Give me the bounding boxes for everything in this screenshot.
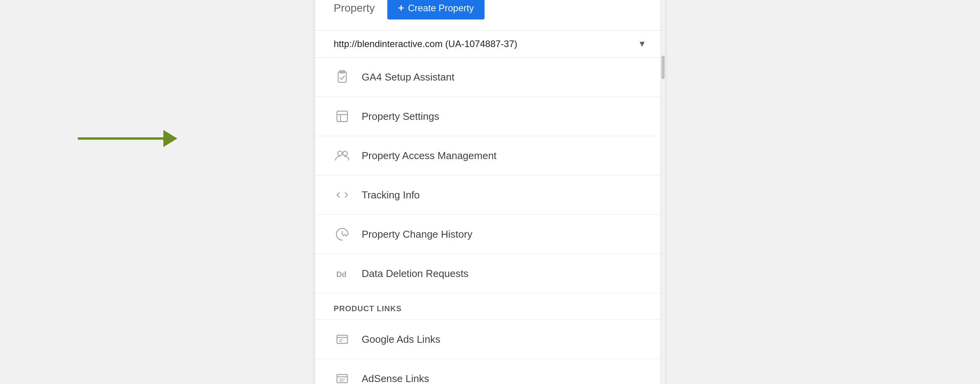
scrollbar[interactable] <box>660 0 665 384</box>
arrow-head <box>163 130 177 147</box>
svg-rect-8 <box>337 335 348 344</box>
menu-item-history-label: Property Change History <box>362 228 472 240</box>
scroll-thumb[interactable] <box>662 56 665 79</box>
menu-item-ga4-label: GA4 Setup Assistant <box>362 71 454 83</box>
product-links-list: Google Ads Links AdSense Links <box>315 320 665 384</box>
svg-point-5 <box>338 151 342 156</box>
code-brackets-icon <box>334 186 351 203</box>
property-label: Property <box>334 2 375 14</box>
menu-item-ga4-setup-assistant[interactable]: GA4 Setup Assistant <box>315 58 665 97</box>
menu-item-tracking-info[interactable]: Tracking Info <box>315 175 665 215</box>
layout-icon <box>334 108 351 125</box>
menu-item-adsense[interactable]: AdSense Links <box>315 359 665 384</box>
menu-item-google-ads[interactable]: Google Ads Links <box>315 320 665 359</box>
panel-header: Property + Create Property <box>315 0 665 31</box>
settings-panel: Property + Create Property http://blendi… <box>315 0 665 384</box>
menu-item-tracking-label: Tracking Info <box>362 189 420 201</box>
menu-item-change-history[interactable]: Property Change History <box>315 215 665 254</box>
menu-item-adsense-label: AdSense Links <box>362 373 429 384</box>
menu-list: GA4 Setup Assistant Property Settings <box>315 58 665 293</box>
property-dropdown[interactable]: http://blendinteractive.com (UA-1074887-… <box>315 31 665 58</box>
ads-icon <box>334 331 351 348</box>
svg-rect-2 <box>337 111 348 122</box>
screen: Property + Create Property http://blendi… <box>0 0 980 384</box>
dropdown-arrow-icon: ▼ <box>638 39 646 49</box>
create-property-button[interactable]: + Create Property <box>387 0 485 19</box>
arrow-indicator <box>78 130 177 147</box>
menu-item-access-label: Property Access Management <box>362 150 497 162</box>
dropdown-value: http://blendinteractive.com (UA-1074887-… <box>334 39 638 49</box>
adsense-icon <box>334 370 351 384</box>
svg-point-6 <box>343 151 347 156</box>
menu-item-deletion-label: Data Deletion Requests <box>362 268 469 280</box>
product-links-section-header: PRODUCT LINKS <box>315 293 665 320</box>
clipboard-check-icon <box>334 68 351 86</box>
create-property-button-label: Create Property <box>408 3 474 14</box>
dd-text-icon: Dd <box>334 265 351 282</box>
users-icon <box>334 147 351 164</box>
arrow-line <box>78 137 163 140</box>
menu-item-property-settings[interactable]: Property Settings <box>315 97 665 136</box>
menu-item-property-settings-label: Property Settings <box>362 110 439 123</box>
plus-icon: + <box>398 2 404 14</box>
svg-rect-12 <box>337 375 348 383</box>
menu-item-property-access[interactable]: Property Access Management <box>315 136 665 175</box>
svg-text:Dd: Dd <box>336 270 346 279</box>
history-icon <box>334 226 351 243</box>
menu-item-google-ads-label: Google Ads Links <box>362 333 440 345</box>
menu-item-data-deletion[interactable]: Dd Data Deletion Requests <box>315 254 665 293</box>
